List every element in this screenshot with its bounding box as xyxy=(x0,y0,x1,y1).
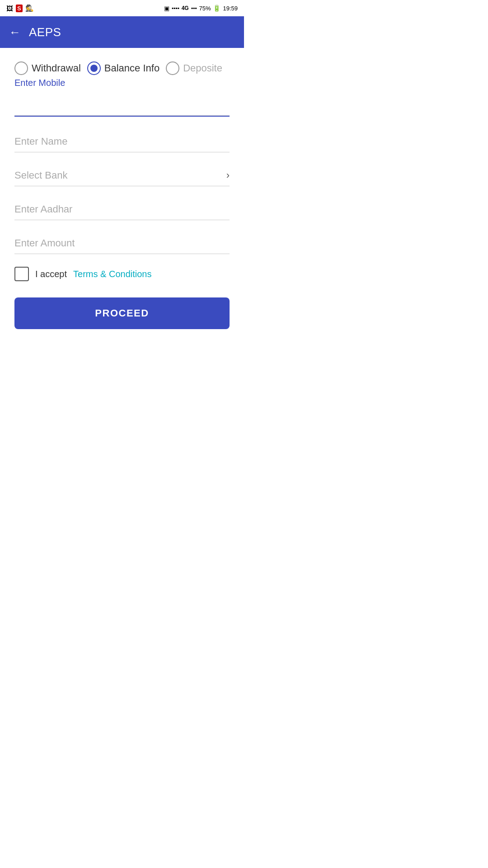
time-display: 19:59 xyxy=(223,5,238,12)
radio-deposite[interactable]: Deposite xyxy=(166,61,222,75)
amount-input[interactable] xyxy=(14,231,230,254)
enter-mobile-label: Enter Mobile xyxy=(14,78,230,88)
radio-circle-balance-info[interactable] xyxy=(87,61,101,75)
signal-bars-2: ▪▪▪ xyxy=(191,5,197,11)
select-bank-group[interactable]: Select Bank › xyxy=(14,163,230,186)
proceed-button[interactable]: PROCEED xyxy=(14,297,230,329)
accept-text: I accept xyxy=(35,269,67,279)
terms-checkbox-row: I accept Terms & Conditions xyxy=(14,267,230,281)
terms-checkbox[interactable] xyxy=(14,267,29,281)
status-bar: 🖼 S 🕵️ ▣ ▪▪▪▪ 4G ▪▪▪ 75% 🔋 19:59 xyxy=(0,0,244,16)
mobile-input[interactable] xyxy=(14,93,230,116)
aadhar-input-group xyxy=(14,197,230,220)
amount-input-group xyxy=(14,231,230,254)
status-icons-right: ▣ ▪▪▪▪ 4G ▪▪▪ 75% 🔋 19:59 xyxy=(164,5,238,12)
radio-circle-withdrawal[interactable] xyxy=(14,61,28,75)
name-input-group xyxy=(14,129,230,152)
radio-withdrawal[interactable]: Withdrawal xyxy=(14,61,81,75)
spy-icon: 🕵️ xyxy=(25,4,34,12)
radio-label-withdrawal: Withdrawal xyxy=(32,62,81,74)
back-button[interactable]: ← xyxy=(9,25,21,39)
radio-label-deposite: Deposite xyxy=(183,62,222,74)
battery-percent: 75% xyxy=(199,5,211,12)
app-bar: ← AEPS xyxy=(0,16,244,48)
status-icons-left: 🖼 S 🕵️ xyxy=(6,4,34,12)
content-area: Withdrawal Balance Info Deposite Enter M… xyxy=(0,48,244,347)
sim-icon: ▣ xyxy=(164,5,169,12)
radio-balance-info[interactable]: Balance Info xyxy=(87,61,160,75)
battery-icon: 🔋 xyxy=(213,5,221,12)
photo-icon: 🖼 xyxy=(6,5,13,12)
radio-label-balance-info: Balance Info xyxy=(104,62,160,74)
mobile-input-group xyxy=(14,93,230,117)
radio-group: Withdrawal Balance Info Deposite xyxy=(14,61,230,75)
select-bank-row[interactable]: Select Bank › xyxy=(14,163,230,186)
app-bar-title: AEPS xyxy=(29,25,61,39)
sony-icon: S xyxy=(16,5,23,12)
4g-label: 4G xyxy=(182,5,189,11)
aadhar-input[interactable] xyxy=(14,197,230,220)
chevron-right-icon: › xyxy=(226,170,230,181)
signal-bars-1: ▪▪▪▪ xyxy=(172,5,179,11)
select-bank-placeholder: Select Bank xyxy=(14,170,67,181)
name-input[interactable] xyxy=(14,129,230,152)
radio-circle-deposite[interactable] xyxy=(166,61,179,75)
terms-link[interactable]: Terms & Conditions xyxy=(73,269,151,279)
